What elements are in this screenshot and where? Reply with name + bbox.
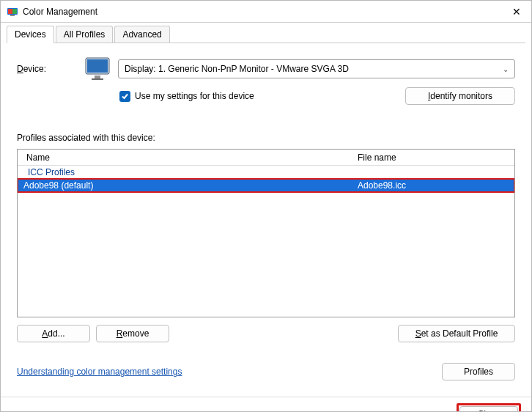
profiles-button[interactable]: Profiles — [442, 363, 515, 380]
window-title: Color Management — [23, 7, 506, 17]
list-buttons-row: Add... Remove Set as Default Profile — [17, 325, 515, 342]
list-row[interactable]: Adobe98 (default) Adobe98.icc — [18, 179, 514, 192]
add-button[interactable]: Add... — [17, 325, 90, 342]
tab-all-profiles[interactable]: All Profiles — [56, 26, 114, 43]
device-dropdown-value: Display: 1. Generic Non-PnP Monitor - VM… — [125, 64, 349, 74]
set-default-profile-button[interactable]: Set as Default Profile — [398, 325, 515, 342]
svg-rect-1 — [8, 9, 12, 14]
svg-rect-5 — [87, 59, 108, 73]
use-settings-row: Use my settings for this device Identify… — [17, 87, 515, 105]
list-row-file: Adobe98.icc — [355, 180, 514, 191]
tab-advanced-label: Advanced — [122, 29, 161, 40]
svg-rect-7 — [92, 78, 103, 80]
chevron-down-icon: ⌄ — [503, 65, 509, 73]
close-highlight: Close — [457, 403, 521, 412]
close-button[interactable]: Close — [459, 406, 518, 412]
use-settings-checkbox[interactable] — [119, 91, 130, 102]
column-filename[interactable]: File name — [355, 152, 514, 163]
list-group-header: ICC Profiles — [18, 166, 514, 179]
tab-devices-label: Devices — [15, 29, 46, 40]
tab-all-profiles-label: All Profiles — [64, 29, 106, 40]
tab-devices[interactable]: Devices — [7, 26, 54, 43]
app-icon — [7, 6, 18, 18]
column-name[interactable]: Name — [18, 152, 355, 163]
list-row-name: Adobe98 (default) — [18, 180, 355, 191]
use-settings-label: Use my settings for this device — [135, 91, 254, 101]
close-icon[interactable]: ✕ — [506, 6, 527, 18]
profiles-associated-label: Profiles associated with this device: — [17, 133, 515, 143]
svg-rect-6 — [95, 76, 100, 78]
svg-rect-3 — [10, 15, 15, 16]
tab-body: Device: Display: 1. Generic Non-PnP Moni… — [1, 43, 531, 388]
listview-body: ICC Profiles Adobe98 (default) Adobe98.i… — [18, 166, 514, 192]
tab-advanced[interactable]: Advanced — [114, 26, 169, 43]
tab-strip: Devices All Profiles Advanced — [1, 23, 531, 43]
bottom-bar: Close — [1, 397, 531, 412]
svg-rect-2 — [12, 9, 17, 14]
title-bar: Color Management ✕ — [1, 1, 531, 23]
identify-monitors-button[interactable]: Identify monitors — [405, 87, 515, 105]
understanding-link[interactable]: Understanding color management settings — [17, 367, 182, 377]
remove-button[interactable]: Remove — [96, 325, 169, 342]
listview-header: Name File name — [18, 150, 514, 166]
device-label: Device: — [17, 64, 77, 74]
link-row: Understanding color management settings … — [17, 363, 515, 380]
profiles-listview[interactable]: Name File name ICC Profiles Adobe98 (def… — [17, 149, 515, 317]
device-row: Device: Display: 1. Generic Non-PnP Moni… — [17, 56, 515, 81]
monitor-icon — [84, 56, 111, 81]
device-dropdown[interactable]: Display: 1. Generic Non-PnP Monitor - VM… — [118, 59, 515, 78]
